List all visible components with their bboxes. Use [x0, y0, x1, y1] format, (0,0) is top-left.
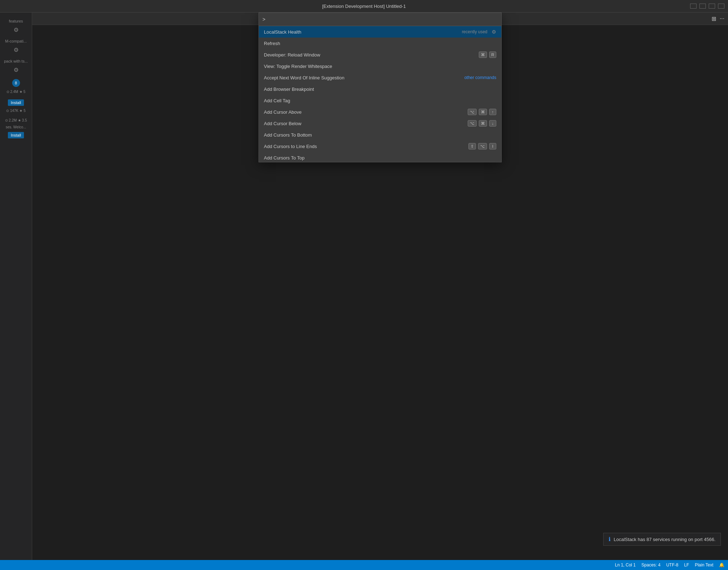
command-item-reload-window[interactable]: Developer: Reload Window ⌘ R	[259, 49, 501, 60]
command-item-cell-tag[interactable]: Add Cell Tag	[259, 95, 501, 106]
sidebar-stats3: ⊙ 2.2M ★ 3.5	[5, 118, 27, 122]
shortcut-opt3: ⌥	[478, 143, 487, 149]
notification-bar: ℹ LocalStack has 87 services running on …	[603, 533, 721, 546]
command-input-prefix: >	[262, 16, 265, 22]
recently-used-label: recently used	[462, 29, 487, 34]
shortcut-down: ↓	[489, 120, 496, 127]
status-encoding[interactable]: UTF-8	[666, 562, 678, 567]
command-item-browser-breakpoint[interactable]: Add Browser Breakpoint	[259, 83, 501, 95]
command-label-cursors-top: Add Cursors To Top	[264, 155, 496, 161]
sidebar-section-badge: 8 ⊙ 2.4M ★ 5	[0, 76, 32, 97]
sidebar-section-install2: ⊙ 2.2M ★ 3.5 ses. Welco... Install	[0, 116, 32, 141]
command-label-localstack-health: LocalStack Health	[264, 29, 462, 35]
command-item-toggle-whitespace[interactable]: View: Toggle Render Whitespace	[259, 60, 501, 72]
gear-icon-pack[interactable]: ⚙	[13, 66, 20, 73]
shortcut-cmd: ⌘	[479, 51, 487, 58]
command-item-cursor-below[interactable]: Add Cursor Below ⌥ ⌘ ↓	[259, 118, 501, 129]
command-input-wrapper: >	[259, 13, 501, 26]
command-item-cursors-line-ends[interactable]: Add Cursors to Line Ends ⇧ ⌥ I	[259, 141, 501, 152]
info-icon: ℹ	[609, 536, 611, 542]
sidebar-stats2: ⊙ 147K ★ 5	[6, 109, 25, 113]
command-label-refresh: Refresh	[264, 41, 496, 46]
shortcut-opt1: ⌥	[468, 109, 477, 115]
title-bar-controls	[690, 4, 724, 9]
shortcut-i: I	[489, 143, 496, 149]
command-label-cursors-line-ends: Add Cursors to Line Ends	[264, 144, 468, 149]
command-label-accept-next-word: Accept Next Word Of Inline Suggestion	[264, 75, 464, 80]
command-label-cursors-bottom: Add Cursors To Bottom	[264, 132, 496, 138]
status-line-ending[interactable]: LF	[684, 562, 689, 567]
content-area: ⊞ ··· > LocalStack Health recently used	[32, 13, 728, 560]
status-notif-icon[interactable]: 🔔	[719, 562, 724, 567]
split-button[interactable]	[709, 4, 715, 9]
close-button[interactable]	[718, 4, 724, 9]
sidebar-label-features: features	[9, 19, 23, 23]
command-right-cursors-line-ends: ⇧ ⌥ I	[468, 143, 496, 149]
command-right-localstack-health: recently used ⚙	[462, 29, 496, 35]
sidebar-stats1: ⊙ 2.4M ★ 5	[6, 90, 25, 94]
sidebar-label-pack: pack with ts...	[4, 59, 28, 63]
shortcut-opt2: ⌥	[468, 120, 477, 127]
gear-icon-features[interactable]: ⚙	[13, 26, 20, 33]
status-bar: Ln 1, Col 1 Spaces: 4 UTF-8 LF Plain Tex…	[0, 560, 728, 570]
sidebar: features ⚙ M-compati... ⚙ pack with ts..…	[0, 13, 32, 560]
title-bar-title: [Extension Development Host] Untitled-1	[322, 4, 406, 9]
gear-icon-localstack[interactable]: ⚙	[492, 29, 496, 35]
command-palette-overlay: > LocalStack Health recently used ⚙	[32, 13, 728, 162]
command-right-cursor-below: ⌥ ⌘ ↓	[468, 120, 496, 127]
main-container: features ⚙ M-compati... ⚙ pack with ts..…	[0, 13, 728, 560]
command-label-cursor-above: Add Cursor Above	[264, 109, 468, 115]
command-list: LocalStack Health recently used ⚙ Refres…	[259, 26, 501, 162]
command-item-accept-next-word[interactable]: Accept Next Word Of Inline Suggestion ot…	[259, 72, 501, 83]
install-button-1[interactable]: Install	[8, 99, 24, 106]
shortcut-up: ↑	[489, 109, 496, 115]
shortcut-cmd1: ⌘	[479, 109, 487, 115]
command-search-input[interactable]	[267, 13, 498, 26]
command-right-reload-window: ⌘ R	[479, 51, 496, 58]
install-button-2[interactable]: Install	[8, 132, 24, 138]
command-label-cursor-below: Add Cursor Below	[264, 121, 468, 126]
notification-text: LocalStack has 87 services running on po…	[614, 537, 715, 542]
command-label-browser-breakpoint: Add Browser Breakpoint	[264, 87, 496, 92]
sidebar-desc3: ses. Welco...	[6, 125, 26, 129]
sidebar-section-pack: pack with ts... ⚙	[0, 56, 32, 76]
status-language[interactable]: Plain Text	[695, 562, 713, 567]
other-commands-label: other commands	[464, 75, 496, 80]
sidebar-section-mcompat: M-compati... ⚙	[0, 36, 32, 56]
command-right-cursor-above: ⌥ ⌘ ↑	[468, 109, 496, 115]
shortcut-cmd2: ⌘	[479, 120, 487, 127]
gear-icon-mcompat[interactable]: ⚙	[13, 46, 20, 53]
command-item-refresh[interactable]: Refresh	[259, 38, 501, 49]
status-line-col[interactable]: Ln 1, Col 1	[615, 562, 636, 567]
sidebar-section-install1: Install ⊙ 147K ★ 5	[0, 97, 32, 116]
sidebar-section-features: features ⚙	[0, 16, 32, 36]
command-label-reload-window: Developer: Reload Window	[264, 52, 479, 58]
command-right-accept-next-word: other commands	[464, 75, 496, 80]
sidebar-badge: 8	[12, 79, 20, 87]
sidebar-label-mcompat: M-compati...	[5, 39, 27, 43]
command-item-localstack-health[interactable]: LocalStack Health recently used ⚙	[259, 26, 501, 38]
command-label-cell-tag: Add Cell Tag	[264, 98, 496, 103]
title-bar: [Extension Development Host] Untitled-1	[0, 0, 728, 13]
shortcut-r: R	[489, 51, 496, 58]
command-item-cursors-top[interactable]: Add Cursors To Top	[259, 152, 501, 162]
shortcut-shift: ⇧	[468, 143, 476, 149]
command-item-cursor-above[interactable]: Add Cursor Above ⌥ ⌘ ↑	[259, 106, 501, 118]
status-spaces[interactable]: Spaces: 4	[641, 562, 660, 567]
maximize-button[interactable]	[699, 4, 706, 9]
command-item-cursors-bottom[interactable]: Add Cursors To Bottom	[259, 129, 501, 141]
command-palette: > LocalStack Health recently used ⚙	[259, 13, 502, 162]
command-label-toggle-whitespace: View: Toggle Render Whitespace	[264, 64, 496, 69]
minimize-button[interactable]	[690, 4, 697, 9]
